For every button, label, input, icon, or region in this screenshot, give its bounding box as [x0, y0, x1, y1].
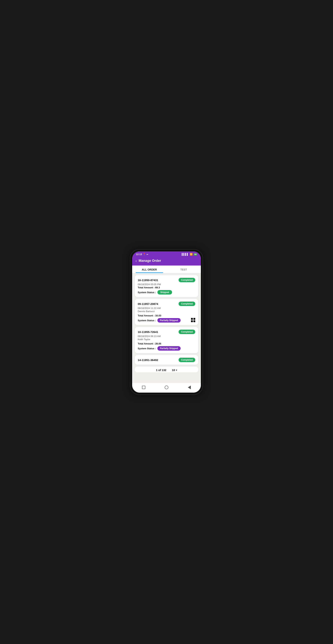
battery-icon: 93: [194, 253, 197, 256]
amount-label-2: Total Amount :: [138, 314, 154, 317]
time-display: 12:13: [136, 253, 142, 256]
amount-label-3: Total Amount :: [138, 342, 154, 345]
status-right: ▌▌▌▌ 🛜 93: [182, 253, 197, 256]
order-amount-3: Total Amount : 28.05: [138, 342, 195, 345]
status-badge-2: Completed: [179, 302, 195, 306]
square-icon: [142, 386, 145, 389]
order-status-row-3: System Status : Partially Shipped: [138, 346, 195, 350]
order-customer-2: Dennis Bartucci: [138, 310, 195, 313]
order-date-3: 08/18/2024 06:13 AM: [138, 335, 195, 338]
status-badge-1: Completed: [179, 278, 195, 282]
order-status-row-1: System Status : Shipped: [138, 290, 195, 294]
status-left: 12:13 📍 ••: [136, 253, 148, 256]
order-date-2: 08/18/2024 11:22 AM: [138, 307, 195, 310]
tabs-container: ALL ORDER TEST: [132, 266, 201, 273]
system-status-badge-3: Partially Shipped: [157, 346, 181, 350]
order-date-1: 08/18/2024 05:05 PM: [138, 283, 195, 286]
order-card-1[interactable]: 16-11950-87431 Completed 08/18/2024 05:0…: [135, 275, 198, 297]
page-size-selector[interactable]: 10 ▾: [172, 368, 177, 372]
card-header-1: 16-11950-87431 Completed: [138, 278, 195, 282]
nav-square-button[interactable]: [141, 385, 146, 390]
signal-icon: ▌▌▌▌: [182, 253, 189, 256]
dot-menu: ••: [146, 253, 148, 256]
back-button[interactable]: ‹: [135, 259, 137, 263]
circle-icon: [165, 386, 168, 389]
order-customer-3: Keith Taylor: [138, 338, 195, 341]
order-id-3: 10-11955-72641: [138, 330, 158, 334]
system-status-badge-1: Shipped: [157, 290, 172, 294]
card-header-2: 09-11957-20874 Completed: [138, 302, 195, 306]
tab-test[interactable]: TEST: [166, 266, 201, 273]
pagination-row: 1 of 132 10 ▾: [135, 366, 198, 372]
triangle-icon: [188, 386, 191, 389]
system-status-label-2: System Status :: [138, 319, 156, 322]
app-header: ‹ Manage Order: [132, 257, 201, 266]
location-icon: 📍: [143, 253, 146, 256]
system-status-label-3: System Status :: [138, 347, 156, 350]
orders-list: 16-11950-87431 Completed 08/18/2024 05:0…: [132, 273, 201, 383]
status-badge-3: Completed: [179, 330, 195, 334]
order-id-4: 14-11951-36492: [138, 358, 158, 362]
wifi-icon: 🛜: [190, 253, 193, 256]
nav-home-button[interactable]: [164, 385, 169, 390]
system-status-badge-2: Partially Shipped: [157, 318, 181, 322]
status-bar: 12:13 📍 •• ▌▌▌▌ 🛜 93: [132, 252, 201, 257]
system-status-label-1: System Status :: [138, 291, 156, 294]
tab-all-order[interactable]: ALL ORDER: [132, 266, 166, 273]
card-header-4: 14-11951-36492 Completed: [138, 358, 195, 362]
order-card-3[interactable]: 10-11955-72641 Completed 08/18/2024 06:1…: [135, 327, 198, 353]
order-status-row-2: System Status : Partially Shipped: [138, 318, 195, 322]
pagination-info: 1 of 132: [156, 368, 166, 372]
order-amount-1: Total Amount : 69.3: [138, 286, 195, 289]
order-card-2[interactable]: 09-11957-20874 Completed 08/18/2024 11:2…: [135, 299, 198, 325]
order-card-4[interactable]: 14-11951-36492 Completed: [135, 355, 198, 365]
order-id-2: 09-11957-20874: [138, 302, 158, 306]
amount-label-1: Total Amount :: [138, 286, 154, 289]
card-header-3: 10-11955-72641 Completed: [138, 330, 195, 334]
order-amount-2: Total Amount : 16.03: [138, 314, 195, 317]
nav-back-button[interactable]: [187, 385, 192, 390]
order-id-1: 16-11950-87431: [138, 278, 158, 282]
status-badge-4: Completed: [179, 358, 195, 362]
phone-frame: 12:13 📍 •• ▌▌▌▌ 🛜 93 ‹ Manage Order ALL …: [130, 250, 203, 394]
chevron-down-icon: ▾: [176, 369, 177, 372]
bottom-nav: [132, 383, 201, 392]
grid-icon: [191, 318, 195, 322]
header-title: Manage Order: [139, 259, 161, 263]
phone-screen: 12:13 📍 •• ▌▌▌▌ 🛜 93 ‹ Manage Order ALL …: [132, 252, 201, 392]
